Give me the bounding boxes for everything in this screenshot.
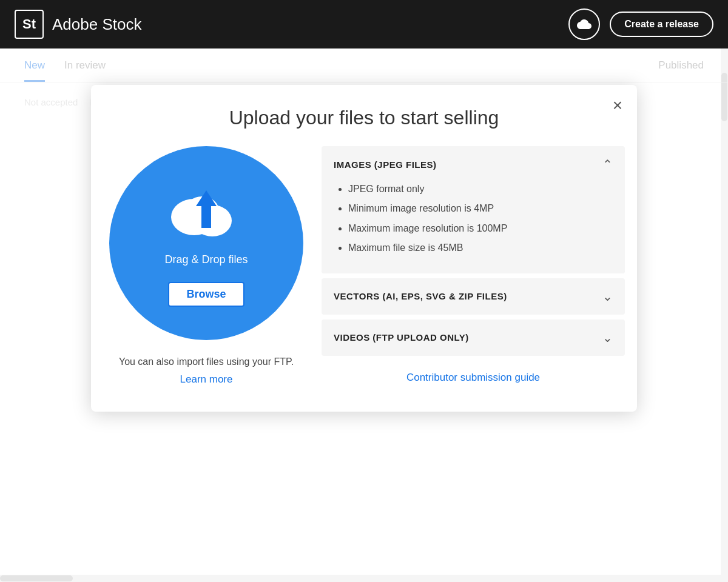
accordion-title-videos: VIDEOS (FTP UPLOAD ONLY) [334, 332, 469, 343]
list-item: Minimum image resolution is 4MP [348, 202, 610, 215]
chevron-down-icon-2: ⌄ [602, 330, 613, 345]
modal-overlay: × Upload your files to start selling [0, 48, 728, 582]
upload-modal: × Upload your files to start selling [91, 85, 637, 412]
drag-drop-text: Drag & Drop files [146, 253, 266, 266]
accordion-header-videos[interactable]: VIDEOS (FTP UPLOAD ONLY) ⌄ [322, 319, 625, 356]
accordion-panel-videos: VIDEOS (FTP UPLOAD ONLY) ⌄ [322, 319, 625, 356]
learn-more-link[interactable]: Learn more [119, 372, 294, 387]
accordion-content-images: JPEG format only Minimum image resolutio… [322, 182, 625, 273]
chevron-up-icon: ⌃ [602, 157, 613, 172]
images-requirements-list: JPEG format only Minimum image resolutio… [336, 182, 610, 255]
logo: St [15, 10, 44, 39]
accordion-header-images[interactable]: IMAGES (JPEG FILES) ⌃ [322, 146, 625, 182]
list-item: Maximum image resolution is 100MP [348, 222, 610, 235]
upload-button[interactable] [568, 8, 600, 40]
accordion-header-vectors[interactable]: VECTORS (AI, EPS, SVG & ZIP FILES) ⌄ [322, 278, 625, 315]
browse-button[interactable]: Browse [168, 282, 244, 307]
upload-icon [577, 17, 592, 32]
app-title: Adobe Stock [52, 15, 141, 34]
contributor-submission-link[interactable]: Contributor submission guide [322, 372, 625, 384]
accordion-title-vectors: VECTORS (AI, EPS, SVG & ZIP FILES) [334, 291, 507, 301]
create-release-button[interactable]: Create a release [610, 12, 713, 37]
app-header: St Adobe Stock Create a release [0, 0, 728, 48]
upload-circle-area: Drag & Drop files Browse You can also im… [103, 146, 309, 387]
main-content: New In review Published Not accepted Fil… [0, 48, 728, 582]
ftp-text: You can also import files using your FTP… [119, 356, 294, 367]
ftp-text-area: You can also import files using your FTP… [119, 355, 294, 387]
modal-body: Drag & Drop files Browse You can also im… [91, 146, 637, 387]
header-right: Create a release [568, 8, 713, 40]
accordion-title-images: IMAGES (JPEG FILES) [334, 159, 437, 170]
close-button[interactable]: × [613, 97, 622, 114]
accordion-panel-vectors: VECTORS (AI, EPS, SVG & ZIP FILES) ⌄ [322, 278, 625, 315]
cloud-upload-icon [167, 179, 246, 246]
blue-circle: Drag & Drop files Browse [109, 146, 303, 340]
accordion-area: IMAGES (JPEG FILES) ⌃ JPEG format only M… [322, 146, 625, 384]
modal-title: Upload your files to start selling [229, 107, 499, 129]
list-item: JPEG format only [348, 182, 610, 196]
chevron-down-icon: ⌄ [602, 289, 613, 304]
header-left: St Adobe Stock [15, 10, 141, 39]
accordion-panel-images: IMAGES (JPEG FILES) ⌃ JPEG format only M… [322, 146, 625, 273]
list-item: Maximum file size is 45MB [348, 241, 610, 255]
